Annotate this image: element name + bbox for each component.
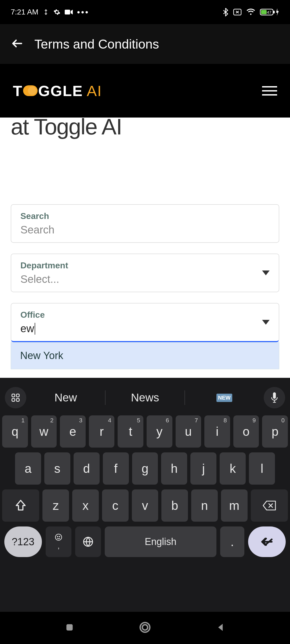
keyboard-apps-icon[interactable] bbox=[5, 387, 26, 408]
period-key[interactable]: . bbox=[220, 526, 244, 557]
svg-point-13 bbox=[59, 536, 60, 537]
key-y[interactable]: y6 bbox=[147, 415, 172, 448]
key-j[interactable]: j bbox=[190, 452, 216, 485]
sync-icon bbox=[43, 9, 49, 15]
page-title: at Toggle AI bbox=[11, 118, 279, 140]
text-cursor bbox=[35, 323, 35, 335]
key-c[interactable]: c bbox=[102, 489, 129, 522]
svg-rect-15 bbox=[66, 624, 73, 630]
shift-key[interactable] bbox=[2, 489, 39, 522]
logo-text-t: T bbox=[13, 82, 23, 100]
battery-icon: 47 bbox=[260, 8, 279, 16]
search-input[interactable]: Search bbox=[20, 224, 270, 236]
key-row-1: q1w2e3r4t5y6u7i8o9p0 bbox=[2, 415, 288, 448]
key-r[interactable]: r4 bbox=[89, 415, 115, 448]
office-field[interactable]: Office ew bbox=[11, 303, 279, 342]
svg-rect-9 bbox=[16, 398, 19, 401]
key-s[interactable]: s bbox=[44, 452, 70, 485]
key-t[interactable]: t5 bbox=[118, 415, 143, 448]
svg-point-11 bbox=[55, 534, 61, 540]
logo-text-ai: AI bbox=[87, 82, 102, 100]
key-b[interactable]: b bbox=[161, 489, 188, 522]
office-label: Office bbox=[20, 310, 270, 320]
language-key[interactable] bbox=[75, 526, 101, 557]
svg-text:47: 47 bbox=[267, 10, 271, 14]
recent-apps-icon[interactable] bbox=[64, 622, 75, 634]
app-header: Terms and Conditions bbox=[0, 24, 290, 64]
mic-icon[interactable] bbox=[264, 387, 285, 408]
key-i[interactable]: i8 bbox=[204, 415, 230, 448]
gear-icon bbox=[53, 9, 60, 16]
status-left: 7:21 AM ••• bbox=[11, 7, 89, 17]
chevron-down-icon bbox=[262, 270, 270, 275]
space-key[interactable]: English bbox=[105, 526, 216, 557]
key-a[interactable]: a bbox=[15, 452, 41, 485]
backspace-key[interactable] bbox=[251, 489, 288, 522]
back-icon[interactable] bbox=[215, 622, 226, 634]
enter-key[interactable] bbox=[248, 526, 286, 557]
key-u[interactable]: u7 bbox=[176, 415, 201, 448]
status-right: 47 bbox=[223, 8, 279, 16]
svg-rect-8 bbox=[12, 398, 15, 401]
svg-rect-3 bbox=[273, 11, 275, 13]
svg-rect-4 bbox=[261, 10, 267, 14]
key-e[interactable]: e3 bbox=[60, 415, 86, 448]
suggestion-0[interactable]: New bbox=[26, 391, 105, 404]
suggestion-row: New News NEW bbox=[0, 383, 290, 413]
logo-text-ggle: GGLE bbox=[38, 82, 83, 100]
key-f[interactable]: f bbox=[103, 452, 129, 485]
search-label: Search bbox=[20, 211, 270, 221]
key-q[interactable]: q1 bbox=[2, 415, 28, 448]
svg-point-12 bbox=[57, 536, 58, 537]
svg-point-16 bbox=[140, 623, 150, 632]
toggle-ai-logo[interactable]: T GGLE AI bbox=[13, 82, 102, 100]
department-label: Department bbox=[20, 261, 270, 270]
status-time: 7:21 AM bbox=[11, 8, 38, 16]
department-select[interactable]: Select... bbox=[20, 273, 270, 285]
svg-rect-0 bbox=[65, 10, 70, 14]
cast-icon bbox=[233, 9, 242, 16]
emoji-key[interactable]: , bbox=[46, 526, 71, 557]
key-l[interactable]: l bbox=[249, 452, 275, 485]
svg-rect-7 bbox=[16, 394, 19, 397]
status-bar: 7:21 AM ••• 47 bbox=[0, 0, 290, 24]
suggestion-1[interactable]: News bbox=[106, 391, 184, 404]
svg-rect-10 bbox=[273, 392, 276, 399]
key-v[interactable]: v bbox=[132, 489, 158, 522]
office-input-value: ew bbox=[20, 323, 34, 335]
system-navbar bbox=[0, 612, 290, 644]
key-x[interactable]: x bbox=[72, 489, 99, 522]
more-icon: ••• bbox=[77, 7, 89, 17]
key-m[interactable]: m bbox=[221, 489, 248, 522]
key-h[interactable]: h bbox=[161, 452, 187, 485]
content-area: at Toggle AI Search Search Department Se… bbox=[0, 118, 290, 378]
key-g[interactable]: g bbox=[132, 452, 158, 485]
key-n[interactable]: n bbox=[191, 489, 218, 522]
office-input[interactable]: ew bbox=[20, 323, 270, 335]
svg-point-17 bbox=[142, 625, 148, 630]
bluetooth-icon bbox=[223, 8, 228, 16]
office-dropdown-option[interactable]: New York bbox=[11, 342, 279, 369]
soft-keyboard: New News NEW q1w2e3r4t5y6u7i8o9p0 asdfgh… bbox=[0, 378, 290, 612]
svg-rect-6 bbox=[12, 394, 15, 397]
hamburger-menu-icon[interactable] bbox=[262, 86, 277, 96]
key-z[interactable]: z bbox=[42, 489, 69, 522]
video-icon bbox=[65, 9, 73, 15]
key-w[interactable]: w2 bbox=[31, 415, 57, 448]
wifi-icon bbox=[247, 9, 255, 16]
chevron-down-icon bbox=[262, 320, 270, 325]
key-row-2: asdfghjkl bbox=[2, 452, 288, 485]
key-p[interactable]: p0 bbox=[262, 415, 288, 448]
brand-bar: T GGLE AI bbox=[0, 64, 290, 118]
search-field[interactable]: Search Search bbox=[11, 204, 279, 243]
home-icon[interactable] bbox=[139, 621, 151, 635]
back-arrow-icon[interactable] bbox=[11, 37, 24, 51]
header-title: Terms and Conditions bbox=[34, 37, 159, 52]
new-badge: NEW bbox=[216, 394, 232, 402]
key-o[interactable]: o9 bbox=[233, 415, 259, 448]
symbols-key[interactable]: ?123 bbox=[4, 526, 42, 557]
department-field[interactable]: Department Select... bbox=[11, 254, 279, 292]
key-d[interactable]: d bbox=[74, 452, 100, 485]
key-k[interactable]: k bbox=[220, 452, 246, 485]
suggestion-2[interactable]: NEW bbox=[185, 394, 264, 402]
